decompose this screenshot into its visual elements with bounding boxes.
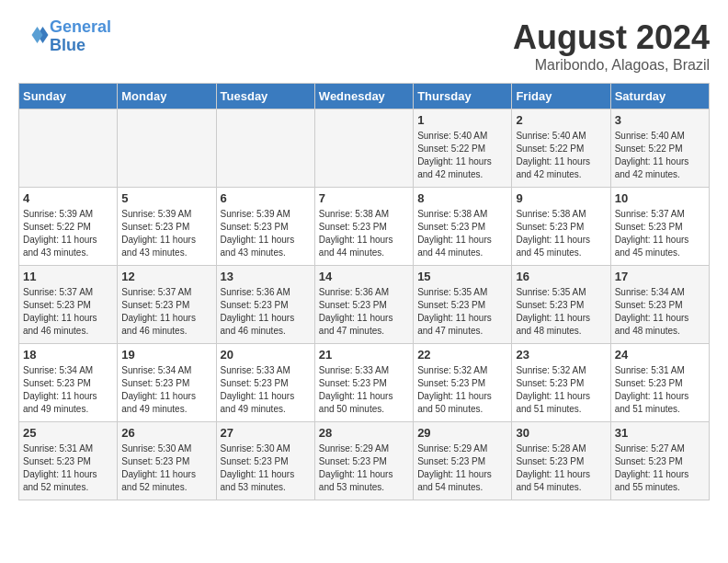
list-item: 2 Sunrise: 5:40 AM Sunset: 5:22 PM Dayli…: [512, 109, 610, 188]
page-header: General Blue August 2024 Maribondo, Alag…: [18, 18, 710, 74]
header-wednesday: Wednesday: [314, 84, 413, 109]
table-row: 1 Sunrise: 5:40 AM Sunset: 5:22 PM Dayli…: [19, 109, 710, 188]
list-item: 5 Sunrise: 5:39 AM Sunset: 5:23 PM Dayli…: [118, 188, 216, 266]
empty-cell: [118, 109, 216, 188]
title-block: August 2024 Maribondo, Alagoas, Brazil: [513, 18, 710, 74]
list-item: 17 Sunrise: 5:34 AM Sunset: 5:23 PM Dayl…: [610, 266, 709, 344]
header-thursday: Thursday: [414, 84, 512, 109]
list-item: 6 Sunrise: 5:39 AM Sunset: 5:23 PM Dayli…: [216, 188, 314, 266]
header-saturday: Saturday: [610, 84, 709, 109]
list-item: 20 Sunrise: 5:33 AM Sunset: 5:23 PM Dayl…: [216, 344, 314, 422]
list-item: 15 Sunrise: 5:35 AM Sunset: 5:23 PM Dayl…: [414, 266, 512, 344]
list-item: 18 Sunrise: 5:34 AM Sunset: 5:23 PM Dayl…: [19, 344, 118, 422]
list-item: 13 Sunrise: 5:36 AM Sunset: 5:23 PM Dayl…: [216, 266, 314, 344]
subtitle: Maribondo, Alagoas, Brazil: [513, 57, 710, 74]
list-item: 8 Sunrise: 5:38 AM Sunset: 5:23 PM Dayli…: [414, 188, 512, 266]
list-item: 14 Sunrise: 5:36 AM Sunset: 5:23 PM Dayl…: [314, 266, 413, 344]
list-item: 9 Sunrise: 5:38 AM Sunset: 5:23 PM Dayli…: [512, 188, 610, 266]
table-row: 18 Sunrise: 5:34 AM Sunset: 5:23 PM Dayl…: [19, 344, 710, 422]
main-title: August 2024: [513, 18, 710, 57]
empty-cell: [216, 109, 314, 188]
list-item: 27 Sunrise: 5:30 AM Sunset: 5:23 PM Dayl…: [216, 422, 314, 500]
list-item: 1 Sunrise: 5:40 AM Sunset: 5:22 PM Dayli…: [414, 109, 512, 188]
list-item: 24 Sunrise: 5:31 AM Sunset: 5:23 PM Dayl…: [610, 344, 709, 422]
empty-cell: [19, 109, 118, 188]
empty-cell: [314, 109, 413, 188]
list-item: 21 Sunrise: 5:33 AM Sunset: 5:23 PM Dayl…: [314, 344, 413, 422]
list-item: 31 Sunrise: 5:27 AM Sunset: 5:23 PM Dayl…: [610, 422, 709, 500]
list-item: 29 Sunrise: 5:29 AM Sunset: 5:23 PM Dayl…: [414, 422, 512, 500]
calendar-table: Sunday Monday Tuesday Wednesday Thursday…: [18, 83, 710, 500]
calendar-body: 1 Sunrise: 5:40 AM Sunset: 5:22 PM Dayli…: [19, 109, 710, 500]
table-row: 11 Sunrise: 5:37 AM Sunset: 5:23 PM Dayl…: [19, 266, 710, 344]
logo: General Blue: [18, 18, 111, 55]
header-sunday: Sunday: [19, 84, 118, 109]
list-item: 26 Sunrise: 5:30 AM Sunset: 5:23 PM Dayl…: [118, 422, 216, 500]
list-item: 22 Sunrise: 5:32 AM Sunset: 5:23 PM Dayl…: [414, 344, 512, 422]
list-item: 25 Sunrise: 5:31 AM Sunset: 5:23 PM Dayl…: [19, 422, 118, 500]
list-item: 11 Sunrise: 5:37 AM Sunset: 5:23 PM Dayl…: [19, 266, 118, 344]
list-item: 16 Sunrise: 5:35 AM Sunset: 5:23 PM Dayl…: [512, 266, 610, 344]
list-item: 3 Sunrise: 5:40 AM Sunset: 5:22 PM Dayli…: [610, 109, 709, 188]
list-item: 4 Sunrise: 5:39 AM Sunset: 5:22 PM Dayli…: [19, 188, 118, 266]
table-row: 4 Sunrise: 5:39 AM Sunset: 5:22 PM Dayli…: [19, 188, 710, 266]
table-row: 25 Sunrise: 5:31 AM Sunset: 5:23 PM Dayl…: [19, 422, 710, 500]
weekday-header-row: Sunday Monday Tuesday Wednesday Thursday…: [19, 84, 710, 109]
list-item: 19 Sunrise: 5:34 AM Sunset: 5:23 PM Dayl…: [118, 344, 216, 422]
list-item: 10 Sunrise: 5:37 AM Sunset: 5:23 PM Dayl…: [610, 188, 709, 266]
header-monday: Monday: [118, 84, 216, 109]
header-friday: Friday: [512, 84, 610, 109]
list-item: 30 Sunrise: 5:28 AM Sunset: 5:23 PM Dayl…: [512, 422, 610, 500]
logo-text: General Blue: [50, 18, 111, 55]
list-item: 23 Sunrise: 5:32 AM Sunset: 5:23 PM Dayl…: [512, 344, 610, 422]
list-item: 12 Sunrise: 5:37 AM Sunset: 5:23 PM Dayl…: [118, 266, 216, 344]
calendar-header: Sunday Monday Tuesday Wednesday Thursday…: [19, 84, 710, 109]
logo-icon: [22, 21, 50, 49]
header-tuesday: Tuesday: [216, 84, 314, 109]
list-item: 28 Sunrise: 5:29 AM Sunset: 5:23 PM Dayl…: [314, 422, 413, 500]
list-item: 7 Sunrise: 5:38 AM Sunset: 5:23 PM Dayli…: [314, 188, 413, 266]
